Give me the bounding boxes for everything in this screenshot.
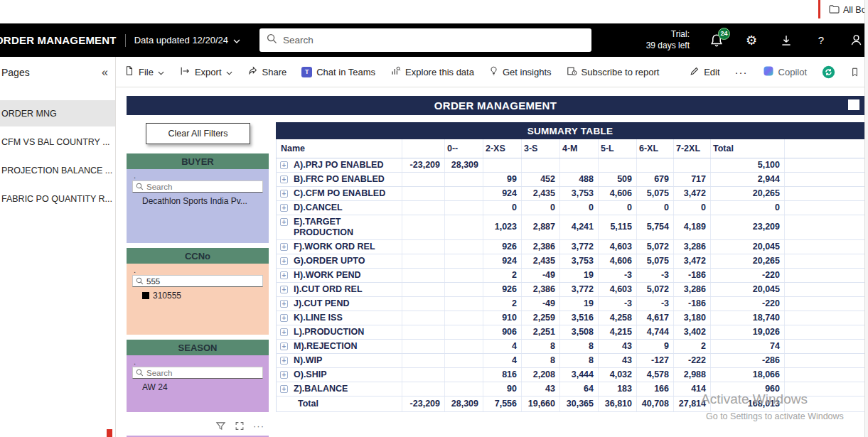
- collapse-sidebar-icon[interactable]: «: [102, 66, 108, 79]
- notifications-bell-icon[interactable]: 24: [709, 33, 724, 48]
- expand-icon[interactable]: +: [280, 314, 288, 322]
- filter-search-input[interactable]: [146, 183, 253, 191]
- filter-search-box[interactable]: [132, 180, 263, 193]
- expand-icon[interactable]: +: [280, 257, 288, 265]
- help-icon[interactable]: ?: [813, 33, 829, 48]
- row-header[interactable]: +A).PRJ PO ENABLED: [277, 158, 402, 172]
- filter-section-header[interactable]: BUYER: [127, 153, 269, 169]
- expand-icon[interactable]: +: [280, 204, 288, 212]
- column-header-7-2xl[interactable]: 7-2XL: [674, 139, 711, 158]
- export-icon: [179, 66, 191, 78]
- column-header-4-m[interactable]: 4-M: [560, 139, 599, 158]
- sidebar-item-order-mng[interactable]: ORDER MNG: [0, 100, 115, 126]
- focus-mode-icon[interactable]: [235, 421, 245, 431]
- row-header[interactable]: +B).FRC PO ENABLED: [277, 172, 402, 186]
- row-header[interactable]: +K).LINE ISS: [277, 311, 402, 325]
- file-menu[interactable]: File: [124, 65, 164, 78]
- share-button[interactable]: Share: [247, 66, 287, 78]
- filter-section-header[interactable]: SEASON: [127, 340, 269, 355]
- value-cell: 18,740: [711, 311, 785, 325]
- expand-icon[interactable]: +: [280, 271, 288, 279]
- row-header[interactable]: Total: [277, 396, 402, 411]
- column-header-2-xs[interactable]: 2-XS: [483, 139, 522, 158]
- row-header[interactable]: +H).WORK PEND: [277, 268, 402, 282]
- bookmark-icon[interactable]: [850, 67, 859, 77]
- filter-sections: BUYER.Decathlon Sports India Pv...CCNo.3…: [127, 153, 269, 412]
- global-search[interactable]: [259, 28, 591, 52]
- column-header-total[interactable]: Total: [711, 139, 785, 158]
- row-header[interactable]: +L).PRODUCTION: [277, 325, 402, 339]
- expand-icon[interactable]: +: [280, 190, 288, 198]
- row-header[interactable]: +N).WIP: [277, 353, 402, 367]
- row-header[interactable]: +F).WORK ORD REL: [277, 239, 402, 254]
- popout-button[interactable]: [848, 99, 859, 110]
- get-insights-button[interactable]: Get insights: [489, 65, 552, 78]
- row-header[interactable]: +J).CUT PEND: [277, 296, 402, 311]
- export-menu[interactable]: Export: [179, 66, 232, 78]
- matrix-row: +J).CUT PEND2-4919-3-3-186-220: [277, 296, 865, 311]
- chat-in-teams-button[interactable]: T Chat in Teams: [301, 67, 375, 77]
- value-cell: 414: [674, 382, 711, 396]
- expand-icon[interactable]: +: [280, 385, 288, 393]
- column-header-0[interactable]: 0--: [445, 139, 483, 158]
- row-header[interactable]: +E).TARGET PRODUCTION: [277, 215, 402, 239]
- sidebar-item-projection-balance[interactable]: PROJECTION BALANCE ...: [0, 157, 115, 183]
- clear-all-filters-button[interactable]: Clear All Filters: [146, 123, 250, 144]
- row-header[interactable]: +D).CANCEL: [277, 200, 402, 215]
- filter-section-season: SEASON.AW 24: [127, 340, 269, 412]
- row-header[interactable]: +C).CFM PO ENABLED: [277, 186, 402, 200]
- settings-gear-icon[interactable]: ⚙: [744, 33, 759, 48]
- profile-icon[interactable]: [848, 33, 864, 48]
- row-header[interactable]: +I).CUT ORD REL: [277, 282, 402, 296]
- bookmarks-folder[interactable]: All Bo: [829, 4, 868, 16]
- subscribe-button[interactable]: Subscribe to report: [567, 66, 660, 78]
- expand-icon[interactable]: +: [280, 342, 288, 350]
- value-cell: 20,265: [711, 186, 785, 200]
- expand-icon[interactable]: +: [280, 328, 288, 336]
- data-updated-dropdown[interactable]: Data updated 12/20/24: [134, 35, 240, 45]
- share-label: Share: [262, 67, 287, 77]
- expand-icon[interactable]: +: [280, 371, 288, 379]
- expand-icon[interactable]: +: [280, 286, 288, 293]
- more-options-icon[interactable]: ···: [253, 421, 264, 431]
- explore-data-button[interactable]: Explore this data: [390, 66, 474, 78]
- value-cell: 2,435: [522, 186, 560, 200]
- filter-value-item[interactable]: 310555: [127, 287, 269, 301]
- row-header[interactable]: +O).SHIP: [277, 367, 402, 382]
- column-header-6-xl[interactable]: 6-XL: [637, 139, 674, 158]
- filter-search-input[interactable]: [146, 369, 253, 377]
- value-cell: -127: [637, 353, 674, 367]
- filter-value-item[interactable]: AW 24: [127, 379, 269, 392]
- filter-search-input[interactable]: [146, 277, 253, 286]
- expand-icon[interactable]: +: [280, 243, 288, 251]
- row-header[interactable]: +G).ORDER UPTO: [277, 254, 402, 268]
- matrix-row: +N).WIP48843-127-222-286: [277, 353, 865, 367]
- vertical-scrollbar[interactable]: [864, 0, 868, 437]
- global-search-input[interactable]: [283, 35, 584, 45]
- filter-search-box[interactable]: [132, 367, 263, 379]
- expand-icon[interactable]: +: [280, 300, 288, 308]
- expand-icon[interactable]: +: [280, 161, 288, 169]
- expand-icon[interactable]: +: [280, 357, 288, 365]
- value-cell: 168,013: [711, 396, 785, 411]
- column-header-empty[interactable]: [402, 139, 445, 158]
- row-header[interactable]: +Z).BALANCE: [277, 382, 402, 396]
- expand-icon[interactable]: +: [280, 218, 288, 226]
- filter-search-box[interactable]: [132, 275, 263, 287]
- filter-funnel-icon[interactable]: [215, 421, 226, 431]
- column-header-5-l[interactable]: 5-L: [599, 139, 637, 158]
- sidebar-item-cfm-vs-bal-country[interactable]: CFM VS BAL COUNTRY ...: [0, 129, 115, 155]
- expand-icon[interactable]: +: [280, 176, 288, 183]
- column-header-name[interactable]: Name: [277, 139, 402, 158]
- download-icon[interactable]: [778, 33, 794, 48]
- filter-value-item[interactable]: Decathlon Sports India Pv...: [127, 193, 269, 206]
- value-filler: [785, 200, 865, 215]
- more-options-button[interactable]: ···: [735, 66, 748, 78]
- sidebar-item-fabric-po-quantity-r[interactable]: FABRIC PO QUANTITY R...: [0, 185, 115, 212]
- refresh-status-icon[interactable]: [822, 65, 835, 79]
- filter-section-header[interactable]: CCNo: [127, 248, 269, 264]
- column-header-3-s[interactable]: 3-S: [522, 139, 560, 158]
- edit-button[interactable]: Edit: [690, 66, 719, 78]
- row-header[interactable]: +M).REJECTION: [277, 339, 402, 353]
- copilot-button[interactable]: Copilot: [763, 65, 807, 79]
